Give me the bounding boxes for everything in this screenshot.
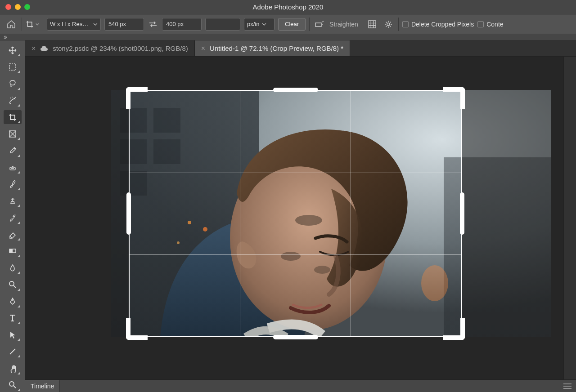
crop-grid-line: [351, 91, 351, 336]
crop-handle-top[interactable]: [273, 88, 318, 92]
tab-label: Untitled-1 @ 72.1% (Crop Preview, RGB/8)…: [210, 45, 343, 52]
crop-tool[interactable]: [4, 110, 22, 124]
crop-resolution-input[interactable]: [205, 18, 240, 31]
document-tab[interactable]: × Untitled-1 @ 72.1% (Crop Preview, RGB/…: [195, 40, 350, 56]
resolution-units-dropdown[interactable]: px/in: [244, 18, 274, 31]
content-aware-checkbox[interactable]: Conte: [477, 21, 503, 28]
divider: [309, 18, 310, 31]
zoom-tool[interactable]: [4, 378, 22, 392]
crop-width-value: 540 px: [108, 21, 126, 27]
crop-handle-right[interactable]: [460, 192, 464, 235]
lasso-tool[interactable]: [4, 76, 22, 90]
svg-point-10: [9, 382, 14, 386]
frame-tool[interactable]: [4, 127, 22, 141]
svg-rect-2: [9, 64, 16, 70]
tab-label: stony2.psdc @ 234% (shot0001.png, RGB/8): [53, 45, 188, 52]
clear-button[interactable]: Clear: [278, 18, 306, 31]
clone-stamp-tool[interactable]: [4, 194, 22, 208]
canvas-area[interactable]: [25, 57, 576, 379]
close-window-button[interactable]: [5, 4, 11, 10]
svg-point-9: [9, 281, 14, 286]
crop-handle-top-left[interactable]: [126, 87, 148, 109]
minimize-window-button[interactable]: [15, 4, 21, 10]
home-button[interactable]: [4, 18, 18, 31]
crop-handle-bottom-left[interactable]: [126, 318, 148, 340]
svg-point-3: [10, 98, 11, 98]
healing-brush-tool[interactable]: [4, 160, 22, 174]
expand-toolbar-button[interactable]: [0, 34, 576, 40]
crop-shield-right: [462, 90, 551, 337]
crop-boundary[interactable]: [129, 90, 462, 337]
crop-width-input[interactable]: 540 px: [104, 18, 144, 31]
crop-grid-line: [240, 91, 240, 336]
gradient-tool[interactable]: [4, 244, 22, 258]
checkbox-icon: [402, 21, 409, 27]
divider: [22, 18, 22, 31]
marquee-tool[interactable]: [4, 60, 22, 74]
app-title: Adobe Photoshop 2020: [253, 3, 324, 11]
crop-height-value: 400 px: [166, 21, 184, 27]
overlay-grid-button[interactable]: [366, 18, 378, 31]
crop-settings-button[interactable]: [382, 18, 395, 31]
history-brush-tool[interactable]: [4, 210, 22, 224]
close-tab-icon[interactable]: ×: [32, 45, 36, 53]
crop-grid-line: [130, 173, 461, 173]
type-tool[interactable]: [4, 311, 22, 325]
svg-point-4: [12, 97, 13, 98]
bottom-panel-bar: Timeline: [25, 379, 576, 392]
panel-dock[interactable]: [563, 57, 576, 379]
titlebar: Adobe Photoshop 2020: [0, 0, 576, 14]
divider: [43, 18, 43, 31]
document-tabs: × stony2.psdc @ 234% (shot0001.png, RGB/…: [25, 40, 576, 57]
divider: [398, 18, 399, 31]
document-canvas[interactable]: [111, 90, 551, 337]
eyedropper-tool[interactable]: [4, 143, 22, 157]
content-aware-label: Conte: [486, 21, 503, 28]
pen-tool[interactable]: [4, 294, 22, 308]
quick-selection-tool[interactable]: [4, 94, 22, 107]
blur-tool[interactable]: [4, 261, 22, 275]
line-tool[interactable]: [4, 344, 22, 358]
crop-shield-left: [111, 90, 129, 337]
crop-handle-bottom[interactable]: [273, 335, 318, 339]
window-controls: [0, 4, 30, 10]
crop-handle-bottom-right[interactable]: [443, 318, 465, 340]
hand-tool[interactable]: [4, 361, 22, 375]
move-tool[interactable]: [4, 43, 22, 57]
timeline-panel-tab[interactable]: Timeline: [25, 380, 60, 392]
divider: [362, 18, 362, 31]
crop-handle-left[interactable]: [126, 192, 131, 235]
tools-panel: [0, 40, 25, 392]
crop-preset-dropdown[interactable]: W x H x Reso…: [47, 18, 101, 31]
dodge-tool[interactable]: [4, 277, 22, 291]
timeline-label: Timeline: [31, 383, 54, 390]
clear-label: Clear: [285, 21, 299, 27]
maximize-window-button[interactable]: [24, 4, 30, 10]
delete-cropped-label: Delete Cropped Pixels: [411, 21, 474, 28]
crop-tool-indicator-icon[interactable]: [26, 18, 39, 31]
path-selection-tool[interactable]: [4, 328, 22, 342]
brush-tool[interactable]: [4, 177, 22, 191]
crop-grid-line: [130, 254, 461, 255]
straighten-label[interactable]: Straighten: [329, 21, 358, 28]
crop-height-input[interactable]: 400 px: [162, 18, 202, 31]
document-tab[interactable]: × stony2.psdc @ 234% (shot0001.png, RGB/…: [25, 40, 195, 56]
svg-rect-8: [9, 249, 13, 253]
straighten-icon[interactable]: [313, 18, 326, 31]
crop-preset-label: W x H x Reso…: [50, 21, 90, 27]
crop-handle-top-right[interactable]: [443, 87, 465, 109]
close-tab-icon[interactable]: ×: [201, 45, 205, 53]
resolution-units-label: px/in: [247, 21, 259, 27]
swap-dimensions-button[interactable]: [148, 19, 158, 30]
svg-rect-0: [315, 23, 321, 27]
options-bar: W x H x Reso… 540 px 400 px px/in Clear …: [0, 14, 576, 34]
panel-menu-icon[interactable]: [563, 383, 576, 389]
svg-point-1: [387, 23, 390, 26]
cloud-icon: [40, 45, 48, 52]
eraser-tool[interactable]: [4, 227, 22, 241]
checkbox-icon: [477, 21, 484, 27]
delete-cropped-checkbox[interactable]: Delete Cropped Pixels: [402, 21, 474, 28]
